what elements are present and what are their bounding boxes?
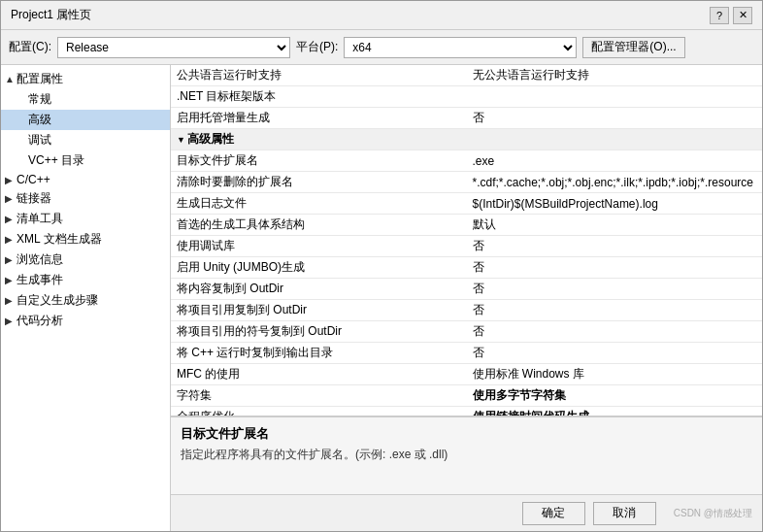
prop-value: 使用多字节字符集: [467, 385, 763, 407]
sidebar-item-build-events[interactable]: ▶ 生成事件: [1, 270, 170, 290]
expand-icon: ▶: [5, 193, 17, 204]
config-select[interactable]: Release: [57, 37, 290, 58]
sidebar-item-xml-docgen[interactable]: ▶ XML 文档生成器: [1, 229, 170, 249]
sidebar-item-manifest[interactable]: ▶ 清单工具: [1, 209, 170, 229]
prop-value: [467, 86, 763, 108]
sidebar-item-custom-build[interactable]: ▶ 自定义生成步骤: [1, 290, 170, 311]
table-row[interactable]: 启用托管增量生成 否: [171, 108, 762, 129]
table-row[interactable]: MFC 的使用 使用标准 Windows 库: [171, 364, 762, 385]
sidebar-item-advanced[interactable]: 高级: [1, 110, 170, 130]
table-row[interactable]: 使用调试库 否: [171, 236, 762, 257]
description-text: 指定此程序将具有的文件扩展名。(示例: .exe 或 .dll): [181, 447, 752, 463]
prop-value: 否: [467, 321, 763, 343]
table-section-header[interactable]: 高级属性: [171, 129, 762, 150]
title-bar: Project1 属性页 ? ✕: [1, 1, 762, 30]
table-row[interactable]: 将项目引用复制到 OutDir 否: [171, 300, 762, 321]
prop-name: 清除时要删除的扩展名: [171, 172, 467, 193]
sidebar-item-code-analysis[interactable]: ▶ 代码分析: [1, 311, 170, 331]
expand-icon: ▶: [5, 214, 17, 224]
help-button[interactable]: ?: [710, 7, 729, 24]
prop-name: 首选的生成工具体系结构: [171, 215, 467, 236]
expand-icon: ▶: [5, 275, 17, 285]
table-row[interactable]: .NET 目标框架版本: [171, 86, 762, 108]
prop-name: 生成日志文件: [171, 193, 467, 215]
sidebar-item-label: 高级: [28, 112, 166, 128]
prop-value: 否: [467, 300, 763, 321]
prop-value: 无公共语言运行时支持: [467, 65, 763, 86]
sidebar-item-label: 链接器: [17, 190, 166, 207]
prop-value: .exe: [467, 150, 763, 172]
table-row[interactable]: 将项目引用的符号复制到 OutDir 否: [171, 321, 762, 343]
dialog: Project1 属性页 ? ✕ 配置(C): Release 平台(P): x…: [0, 0, 763, 532]
prop-value: 使用链接时间代码生成: [467, 407, 763, 417]
table-row[interactable]: 启用 Unity (JUMBO)生成 否: [171, 257, 762, 279]
sidebar-item-label: 浏览信息: [17, 251, 166, 268]
footer: 确定 取消 CSDN @情感处理: [171, 494, 762, 531]
table-row[interactable]: 全程序优化 使用链接时间代码生成: [171, 407, 762, 417]
table-row[interactable]: 将内容复制到 OutDir 否: [171, 279, 762, 300]
prop-value: 否: [467, 343, 763, 364]
sidebar-item-label: 生成事件: [17, 272, 166, 288]
ok-button[interactable]: 确定: [522, 502, 585, 525]
sidebar-item-vc-dirs[interactable]: VC++ 目录: [1, 150, 170, 171]
table-row[interactable]: 将 C++ 运行时复制到输出目录 否: [171, 343, 762, 364]
sidebar-item-debug[interactable]: 调试: [1, 130, 170, 150]
watermark: CSDN @情感处理: [674, 507, 752, 520]
prop-name: 启用 Unity (JUMBO)生成: [171, 257, 467, 279]
sidebar-item-config-properties[interactable]: ▲ 配置属性: [1, 69, 170, 89]
properties-table: 公共语言运行时支持 无公共语言运行时支持 .NET 目标框架版本 启用托管增量生…: [171, 65, 762, 416]
table-row[interactable]: 首选的生成工具体系结构 默认: [171, 215, 762, 236]
prop-name: 字符集: [171, 385, 467, 407]
dialog-title: Project1 属性页: [11, 7, 91, 23]
sidebar-item-label: 配置属性: [17, 71, 166, 87]
sidebar-item-linker[interactable]: ▶ 链接器: [1, 188, 170, 209]
main-panel: 公共语言运行时支持 无公共语言运行时支持 .NET 目标框架版本 启用托管增量生…: [171, 65, 762, 531]
expand-icon: ▶: [5, 295, 17, 306]
prop-name: 启用托管增量生成: [171, 108, 467, 129]
section-label: 高级属性: [171, 129, 762, 150]
expand-icon: ▲: [5, 74, 17, 84]
prop-name: 目标文件扩展名: [171, 150, 467, 172]
prop-name: MFC 的使用: [171, 364, 467, 385]
prop-value: 否: [467, 108, 763, 129]
sidebar-item-label: 代码分析: [17, 313, 166, 329]
sidebar-item-label: C/C++: [17, 173, 166, 186]
prop-name: 全程序优化: [171, 407, 467, 417]
sidebar-item-general[interactable]: 常规: [1, 89, 170, 110]
toolbar: 配置(C): Release 平台(P): x64 配置管理器(O)...: [1, 30, 762, 65]
expand-icon: ▶: [5, 175, 17, 185]
expand-icon: ▶: [5, 234, 17, 245]
sidebar-item-label: 自定义生成步骤: [17, 292, 166, 309]
prop-value: 使用标准 Windows 库: [467, 364, 763, 385]
prop-name: 将 C++ 运行时复制到输出目录: [171, 343, 467, 364]
sidebar-item-label: 清单工具: [17, 211, 166, 227]
sidebar-item-cpp[interactable]: ▶ C/C++: [1, 171, 170, 188]
close-button[interactable]: ✕: [733, 7, 752, 24]
prop-name: 公共语言运行时支持: [171, 65, 467, 86]
config-manager-button[interactable]: 配置管理器(O)...: [582, 37, 684, 58]
table-row[interactable]: 目标文件扩展名 .exe: [171, 150, 762, 172]
prop-name: .NET 目标框架版本: [171, 86, 467, 108]
table-row[interactable]: 生成日志文件 $(IntDir)$(MSBuildProjectName).lo…: [171, 193, 762, 215]
config-label: 配置(C):: [9, 39, 51, 55]
table-row[interactable]: 公共语言运行时支持 无公共语言运行时支持: [171, 65, 762, 86]
description-title: 目标文件扩展名: [181, 425, 752, 443]
sidebar-item-browse-info[interactable]: ▶ 浏览信息: [1, 249, 170, 270]
platform-select[interactable]: x64: [344, 37, 577, 58]
platform-label: 平台(P):: [296, 39, 338, 55]
prop-value: $(IntDir)$(MSBuildProjectName).log: [467, 193, 763, 215]
prop-name: 将内容复制到 OutDir: [171, 279, 467, 300]
expand-icon: ▶: [5, 254, 17, 265]
expand-icon: ▶: [5, 316, 17, 326]
sidebar-item-label: XML 文档生成器: [17, 231, 166, 248]
table-row[interactable]: 字符集 使用多字节字符集: [171, 385, 762, 407]
prop-value: *.cdf;*.cache;*.obj;*.obj.enc;*.ilk;*.ip…: [467, 172, 763, 193]
prop-value: 默认: [467, 215, 763, 236]
prop-value: 否: [467, 257, 763, 279]
content-area: ▲ 配置属性 常规 高级 调试 VC++ 目录 ▶ C/C++: [1, 65, 762, 531]
sidebar-item-label: 常规: [28, 91, 166, 108]
cancel-button[interactable]: 取消: [593, 502, 656, 525]
sidebar-item-label: 调试: [28, 132, 166, 149]
table-row[interactable]: 清除时要删除的扩展名 *.cdf;*.cache;*.obj;*.obj.enc…: [171, 172, 762, 193]
description-panel: 目标文件扩展名 指定此程序将具有的文件扩展名。(示例: .exe 或 .dll): [171, 416, 762, 494]
